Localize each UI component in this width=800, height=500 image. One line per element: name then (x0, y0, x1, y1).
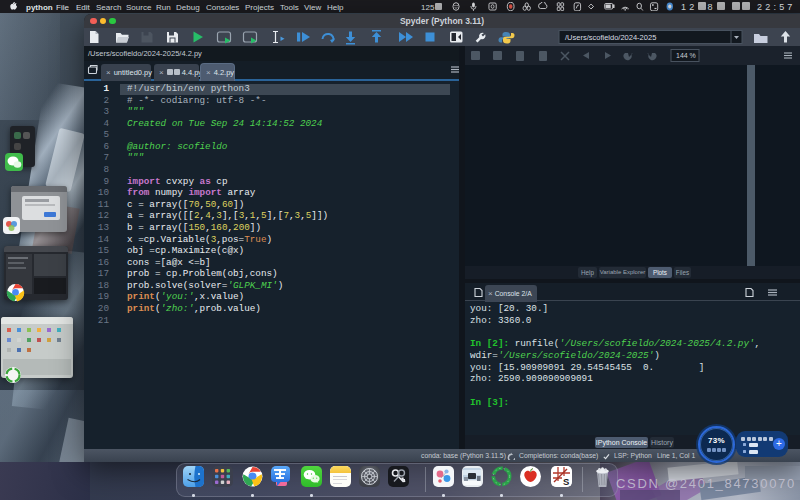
svg-text:144 %: 144 % (676, 52, 696, 59)
svg-text:S: S (563, 476, 569, 487)
svg-text:/Users/scofieldo/2024-2025: /Users/scofieldo/2024-2025 (565, 33, 656, 42)
